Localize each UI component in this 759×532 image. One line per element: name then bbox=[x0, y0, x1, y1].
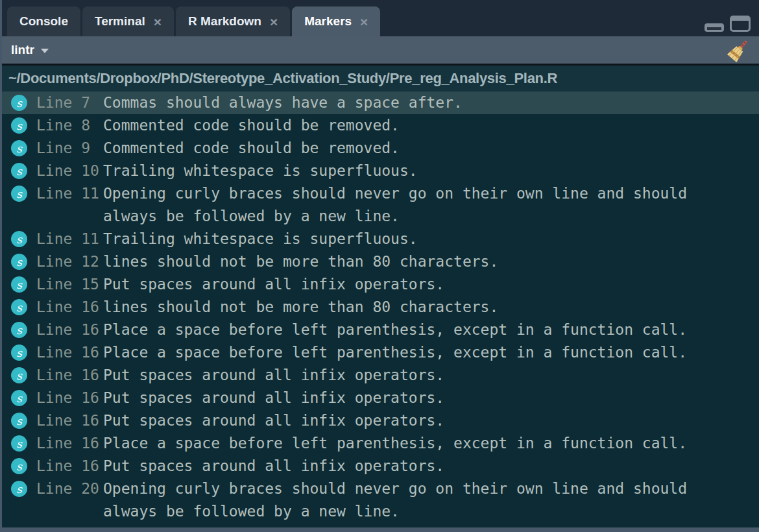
marker-message: Place a space before left parenthesis, e… bbox=[103, 432, 759, 455]
marker-row[interactable]: s Line 11 Opening curly braces should ne… bbox=[2, 182, 759, 228]
marker-row[interactable]: s Line 12 lines should not be more than … bbox=[2, 250, 759, 273]
style-marker-icon: s bbox=[11, 117, 27, 134]
marker-line-label: Line 9 bbox=[36, 137, 103, 160]
marker-line-label: Line 8 bbox=[36, 114, 103, 137]
minimize-pane-icon[interactable] bbox=[705, 23, 724, 32]
marker-list: s Line 7 Commas should always have a spa… bbox=[2, 91, 759, 523]
marker-set-dropdown[interactable]: lintr bbox=[11, 43, 49, 57]
style-marker-icon: s bbox=[11, 186, 27, 202]
marker-message: Commented code should be removed. bbox=[103, 114, 759, 137]
style-marker-icon: s bbox=[11, 413, 27, 429]
style-marker-icon: s bbox=[11, 231, 27, 247]
window-controls bbox=[705, 16, 751, 32]
marker-set-label: lintr bbox=[11, 43, 34, 57]
marker-row[interactable]: s Line 16 Place a space before left pare… bbox=[2, 432, 759, 455]
marker-line-label: Line 15 bbox=[36, 273, 103, 296]
style-marker-icon: s bbox=[11, 254, 27, 270]
marker-line-label: Line 12 bbox=[36, 250, 103, 273]
marker-line-label: Line 16 bbox=[36, 387, 103, 409]
marker-line-label: Line 10 bbox=[36, 160, 103, 182]
tab-markers[interactable]: Markers × bbox=[292, 6, 380, 36]
marker-row[interactable]: s Line 16 Put spaces around all infix op… bbox=[2, 409, 759, 432]
marker-row[interactable]: s Line 16 Put spaces around all infix op… bbox=[2, 387, 759, 409]
style-marker-icon: s bbox=[11, 299, 27, 315]
marker-row[interactable]: s Line 16 Put spaces around all infix op… bbox=[2, 364, 759, 387]
style-marker-icon: s bbox=[11, 458, 27, 474]
marker-message: Place a space before left parenthesis, e… bbox=[103, 341, 759, 364]
style-marker-icon: s bbox=[11, 435, 27, 452]
marker-row[interactable]: s Line 16 lines should not be more than … bbox=[2, 296, 759, 319]
marker-row[interactable]: s Line 11 Trailing whitespace is superfl… bbox=[2, 228, 759, 250]
marker-line-label: Line 16 bbox=[36, 432, 103, 455]
tab-console[interactable]: Console bbox=[7, 6, 80, 36]
marker-line-label: Line 7 bbox=[36, 91, 103, 114]
style-marker-icon: s bbox=[11, 345, 27, 361]
marker-line-label: Line 11 bbox=[36, 228, 103, 250]
marker-message: lines should not be more than 80 charact… bbox=[103, 296, 759, 319]
markers-pane: Console Terminal × R Markdown × Markers … bbox=[2, 0, 759, 527]
tab-terminal[interactable]: Terminal × bbox=[82, 6, 174, 36]
style-marker-icon: s bbox=[11, 390, 27, 406]
marker-line-label: Line 20 bbox=[36, 478, 103, 500]
close-icon[interactable]: × bbox=[270, 15, 278, 29]
style-marker-icon: s bbox=[11, 95, 27, 111]
marker-message: Put spaces around all infix operators. bbox=[103, 273, 759, 296]
marker-row[interactable]: s Line 7 Commas should always have a spa… bbox=[2, 91, 759, 114]
marker-message: Put spaces around all infix operators. bbox=[103, 364, 759, 387]
marker-line-label: Line 16 bbox=[36, 455, 103, 478]
style-marker-icon: s bbox=[11, 276, 27, 293]
maximize-pane-icon[interactable] bbox=[730, 16, 751, 32]
marker-message: Opening curly braces should never go on … bbox=[103, 182, 759, 228]
style-marker-icon: s bbox=[11, 140, 27, 156]
marker-message: Put spaces around all infix operators. bbox=[103, 387, 759, 409]
marker-message: Commented code should be removed. bbox=[103, 137, 759, 160]
marker-message: Opening curly braces should never go on … bbox=[103, 478, 759, 523]
broom-icon bbox=[727, 39, 751, 63]
marker-line-label: Line 16 bbox=[36, 319, 103, 341]
tab-label: R Markdown bbox=[188, 14, 261, 29]
marker-line-label: Line 16 bbox=[36, 296, 103, 319]
marker-line-label: Line 16 bbox=[36, 341, 103, 364]
marker-message: lines should not be more than 80 charact… bbox=[103, 250, 759, 273]
style-marker-icon: s bbox=[11, 367, 27, 383]
marker-row[interactable]: s Line 8 Commented code should be remove… bbox=[2, 114, 759, 137]
close-icon[interactable]: × bbox=[154, 15, 162, 29]
tab-label: Terminal bbox=[95, 14, 145, 29]
style-marker-icon: s bbox=[11, 163, 27, 179]
marker-line-label: Line 16 bbox=[36, 409, 103, 432]
tab-label: Markers bbox=[304, 14, 352, 29]
close-icon[interactable]: × bbox=[360, 15, 368, 29]
chevron-down-icon bbox=[41, 49, 49, 53]
marker-message: Commas should always have a space after. bbox=[103, 91, 759, 114]
style-marker-icon: s bbox=[11, 481, 27, 497]
marker-line-label: Line 11 bbox=[36, 182, 103, 205]
marker-row[interactable]: s Line 16 Put spaces around all infix op… bbox=[2, 455, 759, 478]
marker-row[interactable]: s Line 10 Trailing whitespace is superfl… bbox=[2, 160, 759, 182]
marker-line-label: Line 16 bbox=[36, 364, 103, 387]
markers-toolbar: lintr bbox=[2, 36, 759, 66]
tab-label: Console bbox=[19, 14, 68, 29]
marker-row[interactable]: s Line 16 Place a space before left pare… bbox=[2, 341, 759, 364]
markers-content: ~/Documents/Dropbox/PhD/Stereotype_Activ… bbox=[2, 66, 759, 527]
marker-message: Place a space before left parenthesis, e… bbox=[103, 319, 759, 341]
marker-row[interactable]: s Line 16 Place a space before left pare… bbox=[2, 319, 759, 341]
marker-message: Put spaces around all infix operators. bbox=[103, 409, 759, 432]
marker-message: Trailing whitespace is superfluous. bbox=[103, 160, 759, 182]
marker-message: Trailing whitespace is superfluous. bbox=[103, 228, 759, 250]
style-marker-icon: s bbox=[11, 322, 27, 338]
marker-row[interactable]: s Line 20 Opening curly braces should ne… bbox=[2, 478, 759, 523]
marker-row[interactable]: s Line 15 Put spaces around all infix op… bbox=[2, 273, 759, 296]
tab-bar: Console Terminal × R Markdown × Markers … bbox=[2, 0, 759, 36]
marker-message: Put spaces around all infix operators. bbox=[103, 455, 759, 478]
tab-r-markdown[interactable]: R Markdown × bbox=[176, 6, 290, 36]
clear-markers-button[interactable] bbox=[727, 39, 751, 65]
marker-row[interactable]: s Line 9 Commented code should be remove… bbox=[2, 137, 759, 160]
file-path: ~/Documents/Dropbox/PhD/Stereotype_Activ… bbox=[2, 66, 759, 91]
